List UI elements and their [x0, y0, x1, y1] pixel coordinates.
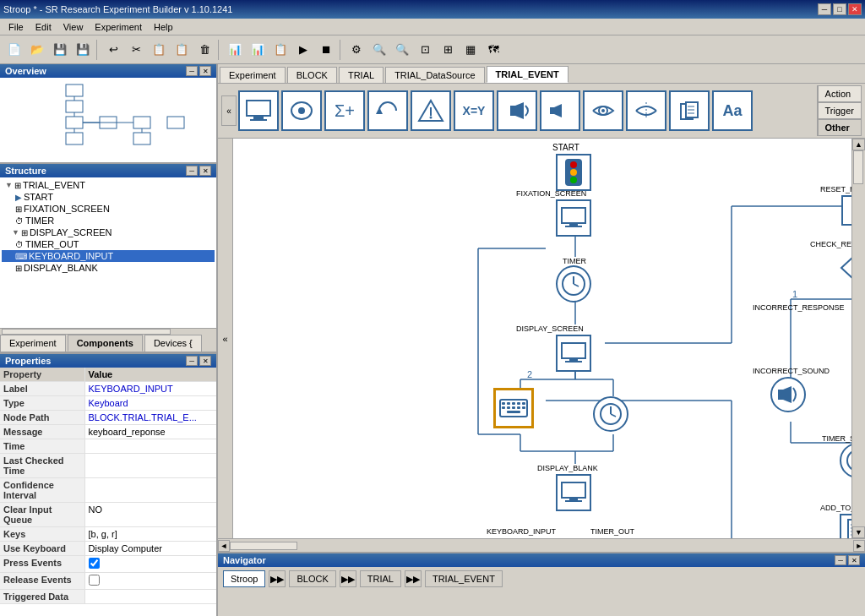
tool-copy[interactable] — [669, 90, 710, 131]
menu-experiment[interactable]: Experiment — [90, 20, 147, 34]
tab-trial-event[interactable]: TRIAL_EVENT — [487, 66, 569, 83]
prop-clearqueue-val[interactable]: NO — [84, 503, 216, 527]
tree-item-timerout[interactable]: ⏱ TIMER_OUT — [2, 238, 215, 250]
node-display[interactable] — [556, 335, 591, 372]
hscroll-left[interactable]: ◄ — [218, 540, 230, 552]
tab-trial[interactable]: TRIAL — [339, 67, 384, 83]
tab-block[interactable]: BLOCK — [287, 67, 337, 83]
prop-message-val[interactable]: keyboard_reponse — [84, 425, 216, 439]
tool-eyelink2[interactable] — [626, 90, 666, 131]
navigator-collapse[interactable]: ─ — [835, 555, 846, 565]
toolbar-zoom-out[interactable]: 🔍 — [368, 39, 390, 61]
prop-nodepath-val[interactable]: BLOCK.TRIAL.TRIAL_E... — [84, 411, 216, 425]
prop-type-val[interactable]: Keyboard — [84, 396, 216, 411]
toolbar-open[interactable]: 📂 — [26, 39, 48, 61]
expand-display[interactable]: ▼ — [12, 228, 19, 237]
side-tab-other[interactable]: Other — [818, 119, 862, 136]
toolbar-nav[interactable]: 🗺 — [482, 39, 504, 61]
side-tab-action[interactable]: Action — [818, 85, 862, 102]
toolbar-play[interactable]: ▶ — [292, 39, 314, 61]
properties-collapse[interactable]: ─ — [186, 356, 198, 366]
node-incorrect-sound[interactable] — [770, 377, 806, 412]
toolbar-paste[interactable]: 📋 — [171, 39, 193, 61]
toolbar-undo[interactable]: ↩ — [102, 39, 124, 61]
toolbar-save[interactable]: 💾 — [49, 39, 71, 61]
toolbar-view[interactable]: ▦ — [460, 39, 481, 61]
tree-item-trial-event[interactable]: ▼ ⊞ TRIAL_EVENT — [2, 179, 215, 191]
toolbar-graph1[interactable]: 📊 — [224, 39, 246, 61]
node-check[interactable]: ? — [840, 247, 851, 289]
node-timerout[interactable] — [593, 396, 628, 432]
toolbar-zoom-fit[interactable]: ⊡ — [414, 39, 436, 61]
toolbar-settings[interactable]: ⚙ — [345, 39, 367, 61]
node-blank[interactable] — [556, 474, 591, 511]
vscroll-thumb[interactable] — [853, 150, 863, 184]
tree-item-start[interactable]: ▶ START — [2, 191, 215, 203]
prop-time-val[interactable] — [84, 439, 216, 454]
tool-loop[interactable] — [367, 90, 408, 131]
prop-triggered-val[interactable] — [84, 590, 216, 604]
maximize-button[interactable]: □ — [833, 3, 846, 15]
close-button[interactable]: ✕ — [848, 3, 862, 15]
menu-edit[interactable]: Edit — [30, 20, 57, 34]
tree-item-keyboard[interactable]: ⌨ KEYBOARD_INPUT — [2, 250, 215, 262]
tool-sound2[interactable] — [540, 90, 580, 131]
expand-trial-event[interactable]: ▼ — [5, 181, 13, 189]
tab-experiment[interactable]: Experiment — [220, 67, 286, 83]
toolbar-new[interactable]: 📄 — [3, 39, 25, 61]
navigator-close[interactable]: ✕ — [848, 555, 860, 565]
hscroll-thumb[interactable] — [230, 542, 297, 550]
toolbar-copy[interactable]: 📋 — [148, 39, 170, 61]
menu-help[interactable]: Help — [149, 20, 178, 34]
prop-label-val[interactable]: KEYBOARD_INPUT — [84, 382, 216, 396]
nav-btn-stroop[interactable]: Stroop — [223, 570, 265, 587]
menu-file[interactable]: File — [3, 20, 29, 34]
structure-close[interactable]: ✕ — [199, 166, 211, 176]
prop-usekeyboard-val[interactable]: Display Computer — [84, 542, 216, 556]
toolbar-delete[interactable]: 🗑 — [193, 39, 215, 61]
node-keyboard[interactable] — [493, 388, 534, 428]
node-results[interactable] — [840, 514, 851, 538]
menu-view[interactable]: View — [58, 20, 89, 34]
toolbar-grid[interactable]: ⊞ — [437, 39, 459, 61]
tree-item-timer[interactable]: ⏱ TIMER — [2, 215, 215, 226]
nav-arrow-2[interactable]: ▶▶ — [340, 570, 356, 587]
prop-releaseevents-val[interactable] — [84, 573, 216, 590]
canvas-hscroll[interactable]: ◄ ► — [218, 538, 865, 552]
toolbar-cut[interactable]: ✂ — [125, 39, 147, 61]
struct-tab-experiment[interactable]: Experiment — [0, 335, 66, 352]
canvas-left-arrow[interactable]: « — [218, 139, 233, 538]
tree-item-fixation[interactable]: ⊞ FIXATION_SCREEN — [2, 203, 215, 215]
toolbar-graph3[interactable]: 📋 — [269, 39, 291, 61]
tool-script[interactable]: Σ+ — [324, 90, 365, 131]
canvas-left-nav[interactable]: « — [221, 95, 237, 126]
node-start[interactable] — [556, 154, 591, 191]
overview-close[interactable]: ✕ — [199, 66, 211, 76]
tool-action[interactable]: X=Y — [454, 90, 494, 131]
prop-confidence-val[interactable] — [84, 478, 216, 503]
hscroll-right[interactable]: ► — [853, 540, 865, 552]
minimize-button[interactable]: ─ — [818, 3, 831, 15]
side-tab-trigger[interactable]: Trigger — [818, 102, 862, 119]
tool-display[interactable] — [238, 90, 279, 131]
nav-arrow-3[interactable]: ▶▶ — [405, 570, 422, 587]
vscroll-up[interactable]: ▲ — [852, 139, 865, 150]
prop-keys-val[interactable]: [b, g, r] — [84, 527, 216, 542]
tool-navigate[interactable] — [411, 90, 451, 131]
toolbar-graph2[interactable]: 📊 — [247, 39, 269, 61]
node-timer[interactable] — [556, 265, 591, 303]
vscroll-down[interactable]: ▼ — [852, 526, 865, 538]
tool-eyelink[interactable] — [583, 90, 623, 131]
node-reset[interactable]: X=Y — [841, 195, 851, 226]
tree-item-display[interactable]: ▼ ⊞ DISPLAY_SCREEN — [2, 226, 215, 238]
nav-btn-trial[interactable]: TRIAL — [360, 570, 401, 587]
nav-arrow-1[interactable]: ▶▶ — [269, 570, 286, 587]
tool-sound[interactable] — [497, 90, 537, 131]
tab-trial-datasource[interactable]: TRIAL_DataSource — [385, 67, 484, 83]
tool-input[interactable] — [281, 90, 322, 131]
struct-tab-devices[interactable]: Devices { — [144, 335, 202, 352]
prop-lastchecked-val[interactable] — [84, 454, 216, 478]
toolbar-stop[interactable]: ⏹ — [315, 39, 337, 61]
structure-collapse[interactable]: ─ — [186, 166, 198, 176]
properties-close[interactable]: ✕ — [199, 356, 211, 366]
